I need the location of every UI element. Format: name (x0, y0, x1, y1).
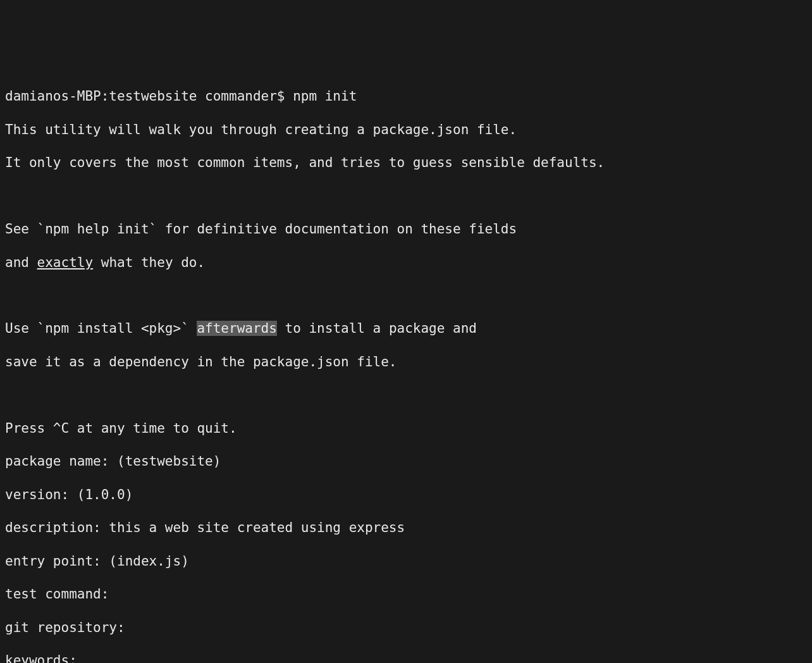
blank-line (5, 387, 807, 403)
prompt-question: test command: (5, 586, 807, 602)
output-line: See `npm help init` for definitive docum… (5, 221, 807, 237)
text-segment: to install a package and (277, 321, 477, 336)
highlighted-text: afterwards (197, 321, 276, 336)
output-line: Press ^C at any time to quit. (5, 420, 807, 437)
blank-line (5, 287, 807, 304)
text-segment: what they do. (93, 255, 205, 270)
prompt-question: package name: (testwebsite) (5, 453, 807, 469)
output-line: This utility will walk you through creat… (5, 121, 807, 138)
prompt-question: description: this a web site created usi… (5, 519, 807, 536)
blank-line (5, 188, 807, 204)
text-segment: and (5, 255, 37, 270)
output-line: save it as a dependency in the package.j… (5, 354, 807, 370)
underlined-text: exactly (37, 255, 94, 270)
output-line: Use `npm install <pkg>` afterwards to in… (5, 320, 807, 337)
prompt-question: git repository: (5, 619, 807, 636)
output-line: It only covers the most common items, an… (5, 154, 807, 171)
prompt-line: damianos-MBP:testwebsite commander$ npm … (5, 88, 807, 104)
prompt-question: entry point: (index.js) (5, 553, 807, 569)
prompt-question: version: (1.0.0) (5, 486, 807, 503)
text-segment: Use `npm install <pkg>` (5, 321, 197, 336)
terminal-output[interactable]: damianos-MBP:testwebsite commander$ npm … (5, 71, 807, 663)
prompt-question: keywords: (5, 652, 807, 663)
output-line: and exactly what they do. (5, 254, 807, 271)
